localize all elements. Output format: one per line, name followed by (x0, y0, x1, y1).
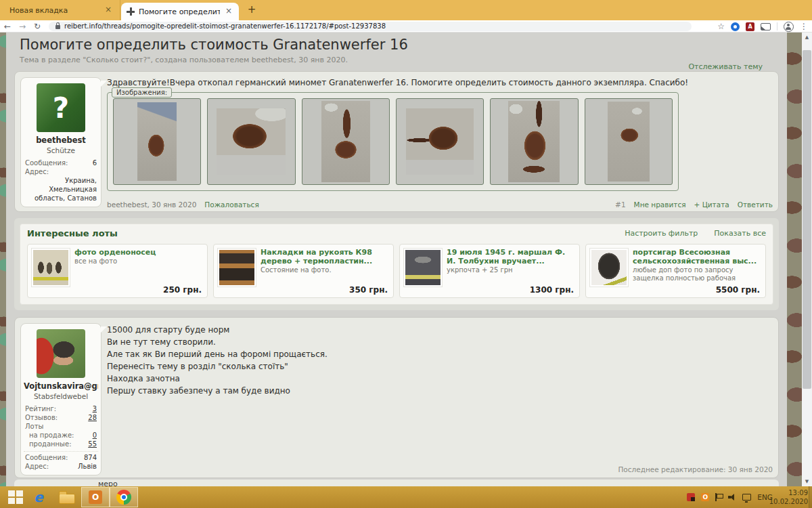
page-title: Помогите определить стоимость Granatenwe… (20, 37, 773, 53)
toolbar-divider (777, 22, 777, 30)
lot-thumbnail[interactable] (589, 248, 629, 287)
outlook-icon[interactable]: O (81, 487, 110, 507)
thread-subtitle: Тема в разделе "Сколько стоит?", создана… (20, 56, 773, 64)
file-explorer-icon[interactable] (53, 487, 81, 507)
images-legend: Изображения: (112, 87, 172, 98)
screen: Новая вкладка × Помогите определить стои… (0, 0, 812, 508)
url-bar[interactable]: reibert.info/threads/pomogite-opredelit-… (49, 22, 692, 31)
lot-card[interactable]: 19 июля 1945 г. маршал Ф. И. Толбухин вр… (399, 244, 580, 298)
lot-description: укрпочта + 25 грн (447, 266, 576, 274)
antivirus-tray-icon[interactable] (687, 493, 695, 501)
toolbar-right: ☆ A ⋮ (717, 20, 808, 33)
show-all-link[interactable]: Показать все (714, 229, 766, 238)
stat-value-link[interactable]: 0 (93, 431, 97, 439)
post-text: Здравствуйте!Вчера откопал германский ми… (107, 77, 773, 88)
reply-link[interactable]: Ответить (738, 200, 773, 209)
close-icon[interactable]: × (224, 7, 233, 16)
action-center-flag-icon[interactable] (715, 493, 722, 501)
post1-user-panel: ? beethebest Schütze Сообщения: 6 Адрес:… (20, 77, 102, 207)
post-number[interactable]: #1 (615, 200, 625, 209)
stat-value-link[interactable]: 28 (88, 414, 97, 421)
quote-link[interactable]: + Цитата (694, 200, 729, 209)
page-scrollbar[interactable]: ▲ ▼ (802, 33, 812, 486)
user-address[interactable]: Украина, Хмельницкая область, Сатанов (24, 176, 98, 203)
like-link[interactable]: Мне нравится (634, 200, 686, 209)
mortar-photo-5 (508, 101, 560, 182)
stat-value-link[interactable]: 3 (93, 405, 97, 412)
lot-price: 5500 грн. (716, 285, 760, 295)
internet-explorer-icon[interactable]: e (24, 487, 53, 507)
watch-thread-link[interactable]: Отслеживать тему (688, 62, 763, 71)
post2-user-panel: Vojtunskavira@gmail.c Stabsfeldwebel Рей… (20, 323, 102, 475)
cast-screen-icon[interactable] (761, 23, 771, 30)
url-text: reibert.info/threads/pomogite-opredelit-… (64, 22, 386, 30)
volume-icon[interactable] (728, 494, 736, 501)
tab-title: Новая вкладка (9, 6, 98, 15)
forward-icon[interactable]: → (15, 22, 30, 31)
lot-card[interactable]: портсигар Всесоюзная сельскохозяйственна… (585, 244, 766, 298)
refresh-icon[interactable]: ↻ (30, 22, 45, 31)
avatar[interactable]: ? (37, 83, 85, 132)
username-link[interactable]: Vojtunskavira@gmail.c (24, 381, 98, 391)
user-stat-row: Сообщения: 6 (24, 158, 98, 167)
scrollbar-thumb[interactable] (803, 50, 811, 389)
avatar[interactable] (37, 329, 85, 378)
system-tray: O ENG (687, 486, 773, 508)
report-link[interactable]: Пожаловаться (204, 200, 258, 209)
lot-title-link[interactable]: Накладки на рукоять К98 дерево + термопл… (261, 248, 390, 266)
lot-title-link[interactable]: фото орденоносец (74, 248, 204, 257)
lot-description: Состояние на фото. (261, 266, 390, 274)
chrome-icon[interactable] (110, 487, 138, 507)
adobe-pdf-extension-icon[interactable]: A (746, 22, 754, 31)
lot-thumbnail[interactable] (403, 248, 443, 287)
extension-blue-icon[interactable] (731, 22, 740, 31)
attached-images-group: Изображения: (107, 92, 679, 191)
start-button[interactable] (7, 490, 24, 505)
lot-title-link[interactable]: 19 июля 1945 г. маршал Ф. И. Толбухин вр… (447, 248, 576, 266)
lot-card[interactable]: Накладки на рукоять К98 дерево + термопл… (213, 244, 394, 298)
network-icon[interactable] (742, 494, 751, 501)
stat-value-link[interactable]: 55 (88, 440, 97, 448)
post-text-line: Находка зачотна (107, 373, 773, 384)
page-background: Помогите определить стоимость Granatenwe… (0, 33, 812, 486)
browser-menu-icon[interactable]: ⋮ (800, 22, 808, 31)
profile-icon[interactable] (784, 22, 794, 32)
lot-card[interactable]: фото орденоносец все на фото 250 грн. (27, 244, 208, 298)
forum-content: Помогите определить стоимость Granatenwe… (6, 33, 787, 486)
close-icon[interactable]: × (104, 5, 113, 15)
mortar-photo-3 (321, 101, 370, 182)
mortar-photo-2 (217, 108, 286, 175)
show-desktop-button[interactable] (809, 486, 812, 508)
user-stat-row: Адрес: (24, 167, 98, 176)
lock-icon (55, 25, 60, 29)
scroll-down-icon[interactable]: ▼ (802, 477, 812, 486)
username-link[interactable]: beethebest (24, 135, 98, 145)
post-image-thumbnail[interactable] (113, 98, 201, 185)
lot-thumbnail[interactable] (31, 248, 70, 287)
user-panel-notch (101, 326, 107, 333)
post-image-thumbnail[interactable] (302, 98, 390, 185)
configure-filter-link[interactable]: Настроить фильтр (625, 229, 698, 238)
browser-tab-bar: Новая вкладка × Помогите определить стои… (0, 0, 812, 20)
lot-thumbnail[interactable] (217, 248, 256, 287)
post-image-thumbnail[interactable] (396, 98, 484, 185)
bookmark-star-icon[interactable]: ☆ (717, 22, 725, 31)
new-tab-button[interactable]: + (245, 4, 258, 16)
lot-title-link[interactable]: портсигар Всесоюзная сельскохозяйственна… (633, 248, 762, 266)
back-icon[interactable]: ← (0, 22, 15, 31)
post-image-thumbnail[interactable] (490, 98, 578, 185)
browser-tab-active[interactable]: Помогите определить стоимос × (121, 3, 239, 20)
browser-tab-newtab[interactable]: Новая вкладка × (0, 0, 120, 20)
post-image-thumbnail[interactable] (585, 98, 673, 185)
clock-time: 13:09 (769, 488, 808, 497)
scroll-up-icon[interactable]: ▲ (802, 33, 812, 42)
lots-title: Интересные лоты (27, 228, 118, 238)
clock-date: 10.02.2020 (769, 497, 808, 506)
office-tray-icon[interactable]: O (701, 493, 709, 501)
taskbar-clock[interactable]: 13:09 10.02.2020 (769, 488, 808, 506)
post-image-thumbnail[interactable] (207, 98, 295, 185)
post-1: ? beethebest Schütze Сообщения: 6 Адрес:… (14, 71, 779, 212)
user-rank: Stabsfeldwebel (24, 392, 98, 400)
post-text-line: Але так як Ви перший день на форомі прощ… (107, 349, 773, 360)
tab-title: Помогите определить стоимос (139, 7, 220, 16)
